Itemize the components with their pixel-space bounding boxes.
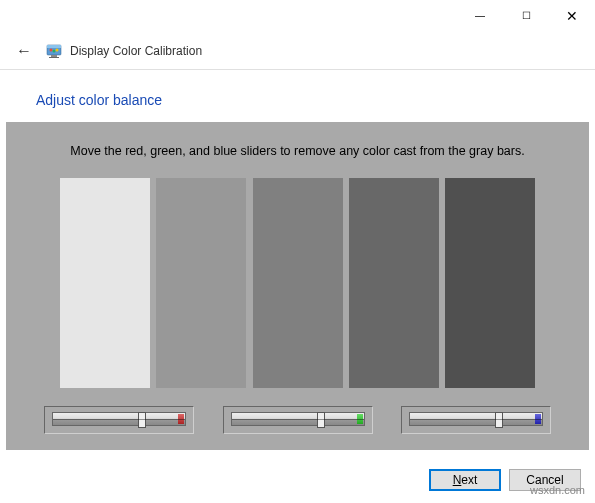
gray-bar: [349, 178, 439, 388]
app-icon: [46, 43, 62, 59]
slider-thumb[interactable]: [317, 412, 325, 428]
content-panel: Move the red, green, and blue sliders to…: [6, 122, 589, 450]
app-title: Display Color Calibration: [70, 44, 202, 58]
slider-track: [231, 412, 365, 426]
gray-bar: [253, 178, 343, 388]
svg-rect-1: [47, 45, 61, 48]
slider-thumb[interactable]: [495, 412, 503, 428]
back-arrow-icon[interactable]: ←: [12, 39, 36, 63]
svg-rect-2: [51, 55, 57, 57]
red-tint-icon: [178, 414, 184, 424]
svg-rect-3: [49, 57, 59, 58]
red-slider[interactable]: [44, 406, 194, 434]
gray-bar: [156, 178, 246, 388]
slider-track: [409, 412, 543, 426]
gray-bar: [60, 178, 150, 388]
svg-point-4: [50, 48, 53, 51]
watermark-text: wsxdn.com: [530, 484, 585, 496]
slider-track: [52, 412, 186, 426]
maximize-button[interactable]: ☐: [503, 0, 549, 32]
window-titlebar: — ☐ ✕: [0, 0, 595, 32]
blue-slider[interactable]: [401, 406, 551, 434]
blue-tint-icon: [535, 414, 541, 424]
sliders-row: [44, 406, 551, 434]
heading-area: Adjust color balance: [0, 70, 595, 122]
green-tint-icon: [357, 414, 363, 424]
green-slider[interactable]: [223, 406, 373, 434]
gray-bar: [445, 178, 535, 388]
close-button[interactable]: ✕: [549, 0, 595, 32]
svg-point-5: [53, 49, 56, 52]
instruction-text: Move the red, green, and blue sliders to…: [26, 144, 569, 158]
minimize-button[interactable]: —: [457, 0, 503, 32]
header-bar: ← Display Color Calibration: [0, 32, 595, 70]
next-button[interactable]: Next: [429, 469, 501, 491]
slider-thumb[interactable]: [138, 412, 146, 428]
gray-bars-row: [60, 178, 535, 388]
svg-point-6: [56, 48, 59, 51]
page-heading: Adjust color balance: [36, 92, 559, 108]
